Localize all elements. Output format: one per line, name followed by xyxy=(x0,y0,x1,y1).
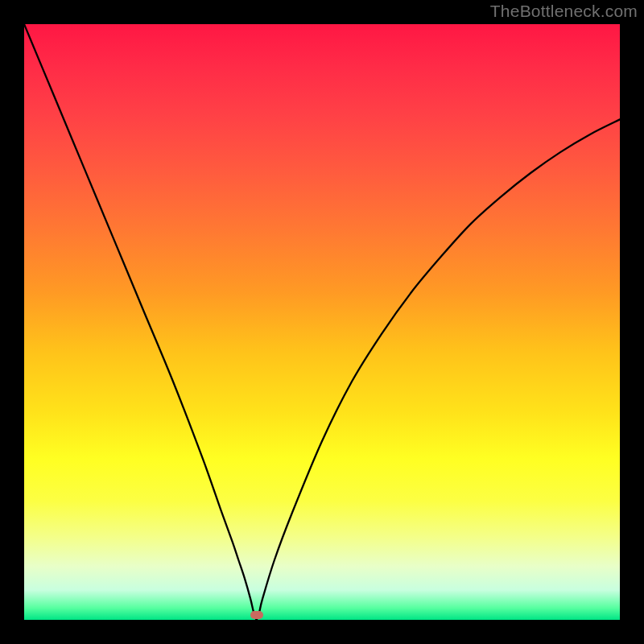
watermark-text: TheBottleneck.com xyxy=(490,2,638,21)
optimum-marker xyxy=(250,611,263,619)
bottleneck-curve xyxy=(24,24,620,620)
chart-frame: TheBottleneck.com xyxy=(0,0,644,644)
plot-area xyxy=(24,24,620,620)
